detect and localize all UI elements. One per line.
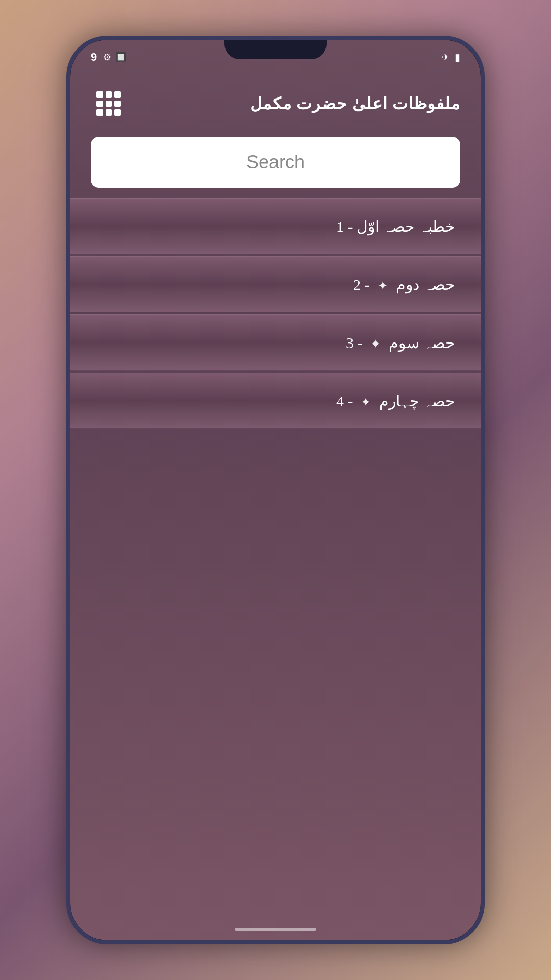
status-icons: ⚙ 🔲 bbox=[103, 52, 127, 63]
battery-icon: ▮ bbox=[455, 51, 460, 63]
grid-dot-1 bbox=[96, 91, 103, 98]
list-container: خطبہ حصہ اوّل - 1 حصہ دوم ✦ - 2 حصہ سوم … bbox=[70, 198, 481, 429]
power-button[interactable] bbox=[483, 234, 485, 305]
decorative-star-icon: ✦ bbox=[378, 279, 388, 293]
notch bbox=[224, 40, 327, 59]
list-item[interactable]: حصہ دوم ✦ - 2 bbox=[70, 256, 481, 312]
status-left: 9 ⚙ 🔲 bbox=[91, 51, 127, 64]
grid-dot-3 bbox=[114, 91, 121, 98]
phone-screen: 9 ⚙ 🔲 ✈ ▮ bbox=[70, 40, 481, 940]
volume-down-button[interactable] bbox=[66, 234, 68, 275]
list-item-text-3: حصہ سوم ✦ - 3 bbox=[346, 334, 455, 352]
airplane-mode-icon: ✈ bbox=[442, 52, 449, 63]
grid-dot-5 bbox=[106, 101, 112, 107]
grid-dot-4 bbox=[96, 101, 103, 107]
decorative-star-icon: ✦ bbox=[361, 395, 371, 409]
list-item-text-4: حصہ چہارم ✦ - 4 bbox=[336, 392, 455, 410]
sim-icon: 🔲 bbox=[115, 52, 127, 63]
status-right: ✈ ▮ bbox=[442, 51, 460, 63]
grid-icon bbox=[96, 91, 121, 116]
list-item[interactable]: خطبہ حصہ اوّل - 1 bbox=[70, 198, 481, 254]
grid-dot-9 bbox=[114, 109, 121, 116]
silent-button[interactable] bbox=[66, 285, 68, 326]
list-item[interactable]: حصہ سوم ✦ - 3 bbox=[70, 314, 481, 371]
list-item-text-1: خطبہ حصہ اوّل - 1 bbox=[336, 217, 455, 235]
phone-frame: 9 ⚙ 🔲 ✈ ▮ bbox=[66, 36, 485, 944]
grid-dot-7 bbox=[96, 109, 103, 116]
volume-up-button[interactable] bbox=[66, 183, 68, 224]
settings-icon: ⚙ bbox=[103, 52, 111, 63]
grid-dot-6 bbox=[114, 101, 121, 107]
search-input[interactable] bbox=[91, 137, 460, 188]
search-container bbox=[70, 132, 481, 198]
list-item-text-2: حصہ دوم ✦ - 2 bbox=[353, 276, 455, 293]
decorative-star-icon: ✦ bbox=[370, 337, 381, 351]
grid-menu-button[interactable] bbox=[91, 86, 127, 121]
grid-dot-8 bbox=[106, 109, 112, 116]
grid-dot-2 bbox=[106, 91, 112, 98]
home-indicator[interactable] bbox=[235, 928, 316, 931]
header: ملفوظات اعلیٰ حضرت مکمل bbox=[70, 76, 481, 132]
status-time: 9 bbox=[91, 51, 97, 64]
list-item[interactable]: حصہ چہارم ✦ - 4 bbox=[70, 373, 481, 429]
app-title: ملفوظات اعلیٰ حضرت مکمل bbox=[127, 94, 460, 113]
